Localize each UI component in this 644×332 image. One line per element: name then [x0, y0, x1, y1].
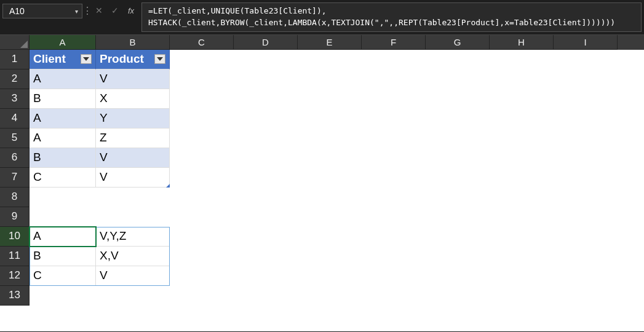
column-headers: A B C D E F G H I [0, 35, 644, 50]
col-header-C[interactable]: C [170, 35, 234, 50]
cell-B4[interactable]: Y [96, 109, 170, 128]
cell-B7[interactable]: V [96, 168, 170, 188]
table-header-client-label: Client [33, 52, 66, 66]
row-header-5[interactable]: 5 [0, 128, 30, 148]
cell-A10[interactable]: A [30, 227, 96, 247]
row-header-10[interactable]: 10 [0, 227, 30, 247]
col-header-B[interactable]: B [96, 35, 170, 50]
row-header-9[interactable]: 9 [0, 207, 30, 227]
table-header-product[interactable]: Product [96, 50, 170, 69]
cells-grid[interactable]: Client Product A V B X A Y A Z B V C [30, 50, 644, 306]
sheet-area: A B C D E F G H I 1 2 3 4 5 6 7 8 9 10 1… [0, 35, 644, 331]
cell-A3[interactable]: B [30, 89, 96, 109]
cell-B2[interactable]: V [96, 69, 170, 89]
cell-B12[interactable]: V [96, 266, 170, 286]
cell-A5[interactable]: A [30, 128, 96, 148]
filter-dropdown-icon[interactable] [81, 54, 92, 64]
row-header-11[interactable]: 11 [0, 247, 30, 266]
row-header-1[interactable]: 1 [0, 50, 30, 69]
formula-input[interactable]: =LET(_client,UNIQUE(Table23[Client]), HS… [141, 2, 642, 32]
table-resize-handle[interactable] [166, 184, 170, 188]
cell-B6[interactable]: V [96, 148, 170, 168]
col-header-H[interactable]: H [490, 35, 554, 50]
table-header-product-label: Product [100, 52, 144, 66]
svg-marker-0 [20, 41, 28, 48]
fx-icon[interactable]: fx [124, 4, 138, 17]
row-header-2[interactable]: 2 [0, 69, 30, 89]
cancel-icon[interactable]: ✕ [92, 4, 106, 17]
cell-B11[interactable]: X,V [96, 247, 170, 266]
divider: ⋮ [85, 0, 90, 34]
filter-dropdown-icon[interactable] [154, 54, 165, 64]
cell-A2[interactable]: A [30, 69, 96, 89]
svg-marker-2 [157, 57, 163, 61]
row-headers: 1 2 3 4 5 6 7 8 9 10 11 12 13 [0, 50, 30, 306]
row-header-4[interactable]: 4 [0, 109, 30, 128]
name-box-value: A10 [9, 6, 25, 16]
col-header-I[interactable]: I [554, 35, 618, 50]
col-header-F[interactable]: F [362, 35, 426, 50]
chevron-down-icon[interactable]: ▾ [75, 8, 78, 15]
col-header-A[interactable]: A [30, 35, 96, 50]
col-header-D[interactable]: D [234, 35, 298, 50]
row-header-12[interactable]: 12 [0, 266, 30, 286]
cell-B10[interactable]: V,Y,Z [96, 227, 170, 247]
cell-B3[interactable]: X [96, 89, 170, 109]
cell-A11[interactable]: B [30, 247, 96, 266]
cell-A4[interactable]: A [30, 109, 96, 128]
cell-B5[interactable]: Z [96, 128, 170, 148]
formula-bar: A10 ▾ ⋮ ✕ ✓ fx =LET(_client,UNIQUE(Table… [0, 0, 644, 35]
table-header-client[interactable]: Client [30, 50, 96, 69]
row-header-6[interactable]: 6 [0, 148, 30, 168]
cell-A7[interactable]: C [30, 168, 96, 188]
col-header-E[interactable]: E [298, 35, 362, 50]
accept-icon[interactable]: ✓ [108, 4, 122, 17]
cell-A12[interactable]: C [30, 266, 96, 286]
row-header-7[interactable]: 7 [0, 168, 30, 188]
name-box[interactable]: A10 ▾ [2, 4, 82, 18]
formula-buttons: ✕ ✓ fx [90, 0, 141, 34]
col-header-G[interactable]: G [426, 35, 490, 50]
select-all-corner[interactable] [0, 35, 30, 50]
row-header-3[interactable]: 3 [0, 89, 30, 109]
row-header-8[interactable]: 8 [0, 188, 30, 207]
cell-A6[interactable]: B [30, 148, 96, 168]
row-header-13[interactable]: 13 [0, 286, 30, 306]
svg-marker-1 [83, 57, 89, 61]
